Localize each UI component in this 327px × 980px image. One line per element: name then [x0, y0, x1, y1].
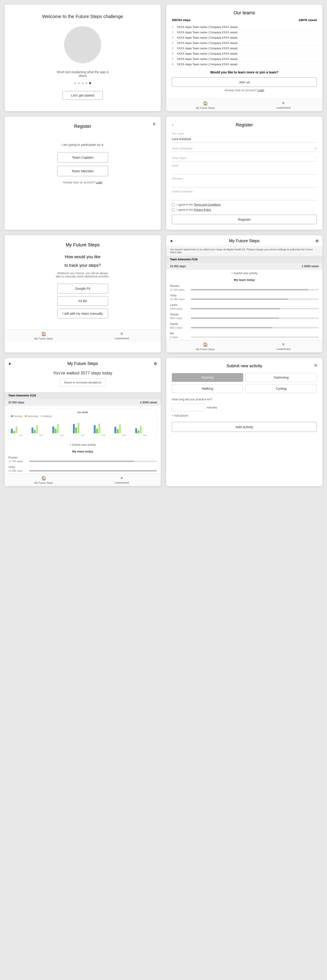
team-row-4[interactable]: 4XXXX steps Team name | Company £XXX rai… — [172, 41, 317, 46]
mfs-header-6: ➤ My Future Steps ⚙ — [166, 235, 322, 246]
legend-swimming: Swimming — [25, 415, 38, 417]
chevron-right-icon: › — [316, 156, 317, 160]
track-heading2: to track your steps? — [64, 263, 101, 268]
get-started-button[interactable]: Let's get started — [62, 91, 103, 100]
tab-leaderboard[interactable]: ≡ Leaderboard — [244, 99, 322, 111]
close-button[interactable]: ✕ — [152, 121, 156, 127]
confirm-password-input[interactable] — [172, 194, 317, 200]
privacy-link[interactable]: Privacy Policy — [194, 208, 211, 212]
team-raised-7: £ 8098 raised — [140, 401, 157, 404]
members-list-6: Rossen 12 764 steps Vicky 10 488 steps L… — [166, 283, 322, 340]
password-label: Password — [172, 177, 317, 180]
dot-5[interactable] — [89, 82, 91, 84]
mfs-team-bar-6: Team Awesome #116 — [166, 256, 322, 263]
bar-group-1 — [11, 426, 30, 433]
member-row-vicky: Vicky 10 488 steps — [166, 293, 322, 302]
confirm-password-field-group: Confirm password — [172, 190, 317, 200]
teams-stats: 208763 steps £8976 raised — [172, 18, 317, 22]
tab-my-future-steps-5[interactable]: 🏠 My Future Steps — [5, 329, 83, 342]
legend-running: Running — [11, 415, 22, 417]
submit-activity-screen: ✕ Submit new activity Running Swimming W… — [166, 358, 322, 486]
duration-input[interactable] — [172, 403, 204, 411]
team-row-3[interactable]: 3XXXX steps Team name | Company £XXX rai… — [172, 35, 317, 41]
settings-icon-6[interactable]: ⚙ — [316, 239, 319, 243]
tab-leaderboard-6[interactable]: ≡ Leaderboard — [244, 340, 322, 352]
manual-steps-button[interactable]: I will add my steps manually — [57, 309, 108, 318]
team-member-button[interactable]: Team Member — [57, 166, 108, 176]
join-us-button[interactable]: Join us — [172, 77, 317, 87]
tab-my-future-steps[interactable]: 🏠 My Future Steps — [166, 99, 244, 111]
chart-x-labels: 1/02 2/02 3/02 4/02 5/02 6/02 7/02 — [11, 434, 155, 436]
team-captain-button[interactable]: Team Captain — [57, 152, 108, 162]
activity-walking-button[interactable]: Walking — [172, 384, 243, 393]
privacy-checkbox[interactable] — [172, 208, 175, 212]
register-button[interactable]: Register — [172, 215, 317, 224]
mfs-team-bar-7: Team Awesome #116 — [5, 392, 161, 399]
name-input[interactable] — [172, 136, 317, 142]
submit-new-activity-7[interactable]: + Submit new activity — [5, 441, 161, 448]
welcome-content: Welcome to the Future Steps challenge Sh… — [5, 5, 161, 111]
back-button[interactable]: ‹ — [172, 123, 173, 127]
chevron-down-icon: ∨ — [314, 146, 317, 150]
teams-login-link[interactable]: Login — [257, 89, 264, 92]
team-row-6[interactable]: 6XXXX steps Team name | Company £XXX rai… — [172, 51, 317, 57]
tab-label-leaderboard: Leaderboard — [276, 106, 290, 109]
fitbit-button[interactable]: Fit Bit — [57, 296, 108, 306]
team-nav[interactable]: Your team › — [172, 155, 317, 161]
dot-2[interactable] — [78, 82, 80, 84]
password-input[interactable] — [172, 181, 317, 187]
team-row-5[interactable]: 5XXXX steps Team name | Company £XXX rai… — [172, 46, 317, 51]
activity-swimming-button[interactable]: Swimming — [246, 373, 317, 382]
track-title: My Future Steps — [66, 242, 100, 248]
leaderboard-icon-7: ≡ — [120, 476, 123, 480]
bar-group-5 — [94, 423, 113, 433]
leaderboard-icon: ≡ — [282, 101, 285, 106]
add-picture-link[interactable]: + Add picture — [172, 414, 317, 417]
track-heading1: How would you like — [65, 255, 100, 259]
legend-walking: Walking — [41, 415, 51, 417]
terms-checkbox[interactable] — [172, 203, 175, 206]
settings-icon-7[interactable]: ⚙ — [154, 361, 157, 366]
terms-link[interactable]: Terms and Conditions — [194, 203, 221, 206]
form-title: Register — [236, 122, 253, 127]
mfs-no-auth-screen: ➤ My Future Steps ⚙ You haven't authoris… — [166, 235, 322, 352]
team-row-1[interactable]: 1XXXX steps Team name | Company £XXX rai… — [172, 25, 317, 30]
team-row-2[interactable]: 2XXXX steps Team name | Company £XXX rai… — [172, 30, 317, 35]
home-icon-7: 🏠 — [41, 476, 46, 481]
total-raised: £8976 raised — [299, 18, 317, 22]
dot-1[interactable] — [74, 82, 76, 84]
steps-count-today: You've walked 3577 steps today — [8, 371, 157, 375]
team-placeholder: Your team — [172, 156, 187, 160]
mfs-header-7: ➤ My Future Steps ⚙ — [5, 358, 161, 368]
team-row-7[interactable]: 7XXXX steps Team name | Company £XXX rai… — [172, 57, 317, 62]
tab-leaderboard-7[interactable]: ≡ Leaderboard — [83, 474, 161, 486]
tab-leaderboard-5[interactable]: ≡ Leaderboard — [83, 329, 161, 342]
activity-cycling-button[interactable]: Cycling — [246, 384, 317, 393]
google-fit-button[interactable]: Google Fit — [57, 284, 108, 293]
tab-label-home-7: My Future Steps — [34, 481, 53, 484]
company-select[interactable]: Your company ∨ — [172, 145, 317, 152]
activity-running-button[interactable]: Running — [172, 373, 243, 382]
team-row-8[interactable]: 8XXXX steps Team name | Company £XXX rai… — [172, 62, 317, 67]
register-login-link[interactable]: Login — [96, 181, 102, 184]
team-steps-7: 20 656 steps — [8, 401, 24, 404]
tab-label-leaderboard-5: Leaderboard — [115, 337, 129, 340]
duration-unit: minutes — [207, 406, 217, 409]
member-row-lacho: Lacho 9700 steps — [166, 302, 322, 312]
teams-screen: Our teams 208763 steps £8976 raised 1XXX… — [166, 5, 322, 111]
share-donations-button[interactable]: Share to increase donations — [59, 379, 106, 387]
mfs-team-stats-6: 20 658 steps £ 8098 raised — [166, 263, 322, 270]
email-input[interactable] — [172, 168, 317, 174]
submit-new-activity-6[interactable]: + Submit new activity — [166, 270, 322, 277]
submit-close-button[interactable]: ✕ — [314, 363, 318, 368]
dot-3[interactable] — [82, 82, 84, 84]
submit-activity-content: ✕ Submit new activity Running Swimming W… — [166, 358, 322, 465]
member-row-rossen-7: Rossen 12 764 steps — [5, 455, 161, 464]
submit-title: Submit new activity — [172, 364, 317, 368]
tab-my-future-steps-6[interactable]: 🏠 My Future Steps — [166, 340, 244, 352]
team-name-7: Team Awesome #116 — [8, 394, 36, 397]
tab-my-future-steps-7[interactable]: 🏠 My Future Steps — [5, 474, 83, 486]
chart-legend: Running Swimming Walking — [11, 415, 155, 417]
add-activity-button[interactable]: Add activity — [172, 422, 317, 432]
dot-4[interactable] — [85, 82, 87, 84]
